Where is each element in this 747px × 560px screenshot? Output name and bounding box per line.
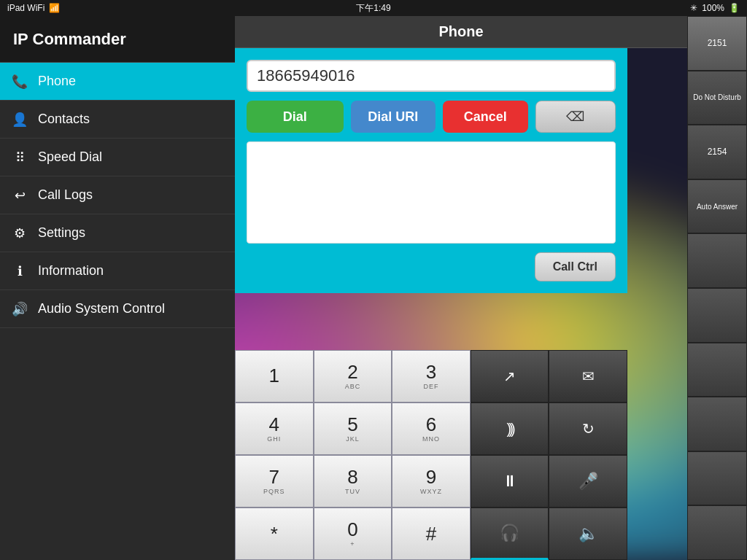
key-3[interactable]: 3 DEF <box>392 350 471 402</box>
status-left: iPad WiFi 📶 <box>7 3 60 13</box>
backspace-button[interactable]: ⌫ <box>535 101 616 133</box>
line-1-button[interactable]: 2151 <box>687 16 747 71</box>
key-9[interactable]: 9 WXYZ <box>392 455 471 508</box>
key-6-main: 6 <box>426 415 436 434</box>
key-conference[interactable]: ))) <box>471 402 549 455</box>
right-btn-7[interactable] <box>687 343 747 397</box>
call-ctrl-row: Call Ctrl <box>247 252 616 281</box>
key-email[interactable]: ✉ <box>549 350 627 402</box>
mute-icon: 🎤 <box>578 472 598 491</box>
key-0-sub: + <box>350 540 355 548</box>
do-not-disturb-button[interactable]: Do Not Disturb <box>687 71 747 125</box>
line-2-button[interactable]: 2154 <box>687 125 747 179</box>
cancel-button[interactable]: Cancel <box>443 101 528 133</box>
hold-icon: ⏸ <box>502 472 518 491</box>
email-icon: ✉ <box>582 368 595 385</box>
information-icon: ℹ <box>12 263 28 279</box>
key-4-main: 4 <box>269 415 279 434</box>
sidebar-item-settings[interactable]: ⚙ Settings <box>0 214 235 252</box>
key-4[interactable]: 4 GHI <box>235 402 314 455</box>
key-1[interactable]: 1 <box>235 350 314 402</box>
auto-answer-label: Auto Answer <box>697 203 738 211</box>
line-2-label: 2154 <box>708 147 727 157</box>
status-right: ✳ 100% 🔋 <box>690 3 740 13</box>
key-headset[interactable]: 🎧 <box>471 508 549 560</box>
transfer-icon: ↗ <box>503 368 516 385</box>
key-star[interactable]: * <box>235 508 314 560</box>
right-btn-6[interactable] <box>687 288 747 343</box>
key-hash-main: # <box>426 524 436 543</box>
sidebar-item-speed-dial[interactable]: ⠿ Speed Dial <box>0 139 235 176</box>
wifi-icon: 📶 <box>49 3 60 13</box>
key-5-sub: JKL <box>346 435 360 443</box>
key-7-main: 7 <box>269 467 279 486</box>
sidebar-item-phone[interactable]: 📞 Phone <box>0 63 235 101</box>
key-2[interactable]: 2 ABC <box>314 350 392 402</box>
key-0-main: 0 <box>347 520 357 539</box>
sidebar-label-call-logs: Call Logs <box>38 187 93 203</box>
sidebar-label-settings: Settings <box>38 225 85 241</box>
bluetooth-icon: ✳ <box>690 3 697 13</box>
key-8[interactable]: 8 TUV <box>314 455 392 508</box>
sidebar-label-audio: Audio System Control <box>38 301 165 316</box>
sidebar-label-phone: Phone <box>38 74 76 89</box>
speaker-icon: 🔈 <box>578 524 598 543</box>
call-log-area <box>247 141 616 244</box>
dialpad-area: 1 2 ABC 3 DEF ↗ ✉ 4 GHI <box>235 350 627 560</box>
right-btn-9[interactable] <box>687 451 747 506</box>
phone-buttons-row: Dial Dial URI Cancel ⌫ <box>247 101 616 133</box>
key-1-main: 1 <box>269 366 279 385</box>
key-9-sub: WXYZ <box>420 488 442 495</box>
sidebar-item-call-logs[interactable]: ↩ Call Logs <box>0 176 235 214</box>
dial-button[interactable]: Dial <box>247 101 344 133</box>
key-9-main: 9 <box>426 467 436 486</box>
phone-icon: 📞 <box>12 74 28 90</box>
key-star-main: * <box>271 524 278 543</box>
sidebar-item-audio-system-control[interactable]: 🔊 Audio System Control <box>0 290 235 328</box>
sidebar-label-speed-dial: Speed Dial <box>38 149 102 165</box>
main-container: IP Commander 📞 Phone 👤 Contacts ⠿ Speed … <box>0 16 747 560</box>
key-hold[interactable]: ⏸ <box>471 455 549 508</box>
sidebar-item-contacts[interactable]: 👤 Contacts <box>0 101 235 139</box>
key-transfer[interactable]: ↗ <box>471 350 549 402</box>
content-area: Phone Dial Dial URI Cancel ⌫ Call Ctrl <box>235 16 687 560</box>
line-1-label: 2151 <box>708 38 727 48</box>
right-panel: 2151 Do Not Disturb 2154 Auto Answer <box>687 16 747 560</box>
key-6-sub: MNO <box>422 435 440 443</box>
call-ctrl-button[interactable]: Call Ctrl <box>535 252 616 281</box>
content-header: Phone <box>235 16 687 48</box>
battery-label: 100% <box>702 3 724 13</box>
loop-icon: ↻ <box>582 420 595 438</box>
key-mute[interactable]: 🎤 <box>549 455 627 508</box>
headset-icon: 🎧 <box>500 524 519 542</box>
key-speaker[interactable]: 🔈 <box>549 508 627 560</box>
dial-uri-button[interactable]: Dial URI <box>351 101 436 133</box>
key-0[interactable]: 0 + <box>314 508 392 560</box>
key-loop[interactable]: ↻ <box>549 402 627 455</box>
key-7[interactable]: 7 PQRS <box>235 455 314 508</box>
right-btn-10[interactable] <box>687 505 747 560</box>
key-5-main: 5 <box>347 415 357 434</box>
sidebar-label-information: Information <box>38 263 104 279</box>
phone-number-input[interactable] <box>247 60 616 92</box>
dnd-label: Do Not Disturb <box>693 93 741 101</box>
app-title: IP Commander <box>13 30 126 49</box>
right-btn-8[interactable] <box>687 397 747 451</box>
speed-dial-icon: ⠿ <box>12 149 28 166</box>
key-hash[interactable]: # <box>392 508 471 560</box>
key-4-sub: GHI <box>267 435 281 443</box>
key-3-main: 3 <box>426 362 436 381</box>
auto-answer-button[interactable]: Auto Answer <box>687 179 747 234</box>
backspace-icon: ⌫ <box>566 109 584 124</box>
phone-panel: Dial Dial URI Cancel ⌫ Call Ctrl <box>235 48 627 293</box>
sidebar-label-contacts: Contacts <box>38 112 90 127</box>
key-2-sub: ABC <box>345 383 361 390</box>
key-5[interactable]: 5 JKL <box>314 402 392 455</box>
phone-input-row <box>247 60 616 92</box>
key-6[interactable]: 6 MNO <box>392 402 471 455</box>
right-btn-5[interactable] <box>687 233 747 288</box>
audio-icon: 🔊 <box>12 301 28 317</box>
sidebar-item-information[interactable]: ℹ Information <box>0 252 235 290</box>
key-7-sub: PQRS <box>263 488 285 495</box>
sidebar: IP Commander 📞 Phone 👤 Contacts ⠿ Speed … <box>0 16 235 560</box>
